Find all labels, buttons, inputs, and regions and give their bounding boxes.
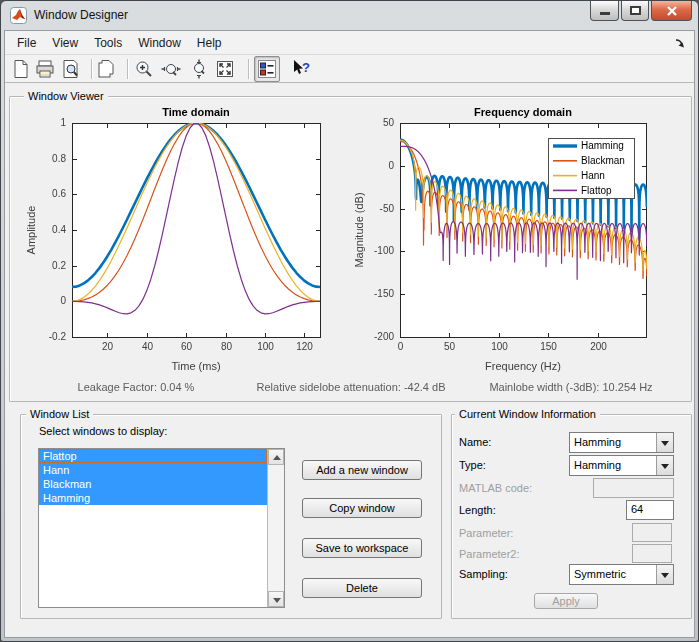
app-window: Window Designer File View Tools Window H… xyxy=(0,0,699,642)
list-item-hamming[interactable]: Hamming xyxy=(39,491,267,505)
menu-tools[interactable]: Tools xyxy=(86,32,130,54)
print-icon[interactable] xyxy=(35,59,55,79)
delete-button[interactable]: Delete xyxy=(302,578,422,598)
chevron-down-icon xyxy=(661,464,669,469)
zoom-x-icon[interactable] xyxy=(161,59,181,79)
help-pointer-icon[interactable]: ? xyxy=(291,59,311,79)
matlab-code-field xyxy=(593,478,674,498)
matlab-app-icon xyxy=(10,7,27,24)
scroll-down-button[interactable] xyxy=(268,591,284,607)
leakage-factor-status: Leakage Factor: 0.04 % xyxy=(78,381,195,393)
name-value: Hamming xyxy=(574,436,621,448)
sampling-combobox[interactable]: Symmetric xyxy=(569,564,674,585)
dock-arrow-icon[interactable] xyxy=(675,38,686,49)
legend-toggle-button[interactable] xyxy=(254,56,280,82)
sidelobe-attenuation-status: Relative sidelobe attenuation: -42.4 dB xyxy=(257,381,446,393)
close-button[interactable] xyxy=(651,1,692,21)
copy-window-button[interactable]: Copy window xyxy=(302,498,422,518)
sampling-dropdown-button[interactable] xyxy=(656,565,673,584)
toolbar: ? xyxy=(5,55,694,83)
chevron-down-icon xyxy=(661,573,669,578)
add-new-window-button[interactable]: Add a new window xyxy=(302,460,422,480)
window-viewer-plots xyxy=(10,97,691,395)
minimize-button[interactable] xyxy=(590,1,619,21)
parameter-label: Parameter: xyxy=(459,527,513,539)
copy-window-icon[interactable] xyxy=(97,59,117,79)
menu-window[interactable]: Window xyxy=(130,32,189,54)
length-label: Length: xyxy=(459,504,496,516)
toolbar-separator xyxy=(248,59,249,79)
print-preview-icon[interactable] xyxy=(61,59,81,79)
matlab-code-label: MATLAB code: xyxy=(459,482,532,494)
window-title: Window Designer xyxy=(34,8,128,22)
new-figure-icon[interactable] xyxy=(11,59,31,79)
menu-help[interactable]: Help xyxy=(189,32,230,54)
name-combobox[interactable]: Hamming xyxy=(569,432,674,453)
legend-icon xyxy=(258,60,276,78)
current-window-info-title: Current Window Information xyxy=(455,408,600,420)
parameter2-label: Parameter2: xyxy=(459,548,520,560)
down-arrow-icon xyxy=(273,598,281,603)
type-dropdown-button[interactable] xyxy=(656,456,673,475)
type-combobox[interactable]: Hamming xyxy=(569,455,674,476)
menu-view[interactable]: View xyxy=(44,32,86,54)
name-dropdown-button[interactable] xyxy=(656,433,673,452)
up-arrow-icon xyxy=(273,455,281,460)
toolbar-separator xyxy=(91,59,92,79)
chevron-down-icon xyxy=(661,441,669,446)
sampling-value: Symmetric xyxy=(574,568,626,580)
scroll-up-button[interactable] xyxy=(268,449,284,465)
list-item-blackman[interactable]: Blackman xyxy=(39,477,267,491)
full-view-icon[interactable] xyxy=(215,59,235,79)
save-to-workspace-button[interactable]: Save to workspace xyxy=(302,538,422,558)
toolbar-separator xyxy=(127,59,128,79)
type-label: Type: xyxy=(459,459,486,471)
window-listbox[interactable]: Flattop Hann Blackman Hamming xyxy=(38,448,285,608)
mainlobe-width-status: Mainlobe width (-3dB): 10.254 Hz xyxy=(489,381,652,393)
sampling-label: Sampling: xyxy=(459,568,508,580)
listbox-scrollbar[interactable] xyxy=(267,449,284,607)
name-label: Name: xyxy=(459,436,491,448)
list-item-flattop[interactable]: Flattop xyxy=(39,449,267,463)
length-field[interactable]: 64 xyxy=(626,500,674,520)
title-bar[interactable]: Window Designer xyxy=(1,1,698,30)
close-icon xyxy=(666,5,678,17)
menu-bar: File View Tools Window Help xyxy=(5,31,694,55)
parameter2-field xyxy=(632,544,672,563)
select-windows-label: Select windows to display: xyxy=(39,425,167,437)
apply-button[interactable]: Apply xyxy=(534,593,598,609)
parameter-field xyxy=(632,523,672,542)
type-value: Hamming xyxy=(574,459,621,471)
window-list-group-title: Window List xyxy=(26,408,93,420)
maximize-button[interactable] xyxy=(621,1,649,21)
zoom-y-icon[interactable] xyxy=(189,59,209,79)
menu-file[interactable]: File xyxy=(9,32,44,54)
list-item-hann[interactable]: Hann xyxy=(39,463,267,477)
zoom-in-icon[interactable] xyxy=(134,59,154,79)
svg-text:?: ? xyxy=(302,60,310,75)
